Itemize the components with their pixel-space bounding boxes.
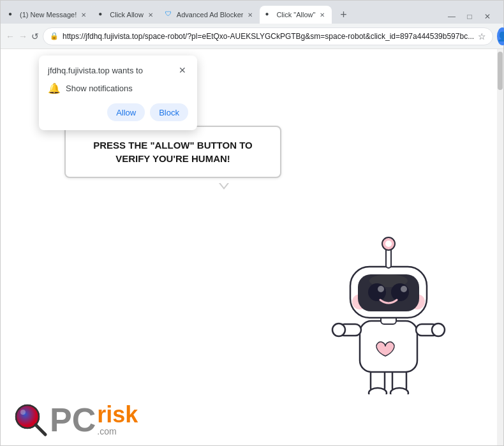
logo-area: PC risk .com xyxy=(13,403,138,438)
tab-label-4: Click "Allow" xyxy=(276,11,315,19)
svg-point-17 xyxy=(391,283,409,301)
scrollbar-thumb[interactable] xyxy=(498,52,503,90)
profile-icon: 👤 xyxy=(497,31,504,41)
tab-close-3[interactable]: ✕ xyxy=(246,10,255,19)
logo-com-text: .com xyxy=(97,426,138,436)
logo-risk-text: risk xyxy=(97,403,138,426)
robot-container xyxy=(325,228,452,394)
svg-point-19 xyxy=(401,286,407,292)
svg-point-9 xyxy=(432,323,445,336)
svg-point-16 xyxy=(368,283,386,301)
svg-point-18 xyxy=(378,286,384,292)
popup-header: jfdhq.fujivista.top wants to ✕ xyxy=(48,64,188,76)
tab-ad-blocker[interactable]: 🛡 Advanced Ad Blocker ✕ xyxy=(160,6,260,24)
popup-row-text: Show notifications xyxy=(66,84,133,93)
tab-favicon-4: ● xyxy=(265,10,274,19)
tab-close-2[interactable]: ✕ xyxy=(146,10,155,19)
tab-favicon-3: 🛡 xyxy=(165,10,174,19)
forward-button[interactable]: → xyxy=(19,27,27,45)
lock-icon: 🔒 xyxy=(50,32,59,40)
minimize-button[interactable]: — xyxy=(443,10,460,24)
tab-label-2: Click Allow xyxy=(110,11,144,19)
reload-icon: ↺ xyxy=(31,31,39,41)
close-button[interactable]: ✕ xyxy=(479,10,496,24)
bookmark-icon[interactable]: ☆ xyxy=(478,31,486,41)
bottom-logo: PC risk .com xyxy=(1,394,503,445)
tab-new-message[interactable]: ● (1) New Message! ✕ xyxy=(3,6,93,24)
browser-frame: ● (1) New Message! ✕ ● Click Allow ✕ 🛡 A… xyxy=(0,0,504,446)
robot-svg xyxy=(325,228,452,407)
tab-label-1: (1) New Message! xyxy=(20,11,77,19)
maximize-button[interactable]: □ xyxy=(461,10,478,24)
tab-label-3: Advanced Ad Blocker xyxy=(177,11,244,19)
svg-point-8 xyxy=(332,323,345,336)
popup-buttons: Allow Block xyxy=(48,103,188,121)
url-text: https://jfdhq.fujivista.top/space-robot/… xyxy=(63,32,474,41)
forward-icon: → xyxy=(19,31,27,41)
speech-bubble: PRESS THE "ALLOW" BUTTON TO VERIFY YOU'R… xyxy=(64,126,281,178)
address-bar: ← → ↺ 🔒 https://jfdhq.fujivista.top/spac… xyxy=(1,24,503,49)
tab-click-allow[interactable]: ● Click Allow ✕ xyxy=(93,6,160,24)
back-button[interactable]: ← xyxy=(6,27,15,45)
notification-popup: jfdhq.fujivista.top wants to ✕ 🔔 Show no… xyxy=(39,56,197,130)
svg-point-22 xyxy=(385,241,392,247)
bell-icon: 🔔 xyxy=(48,82,61,94)
reload-button[interactable]: ↺ xyxy=(31,27,39,45)
speech-text: PRESS THE "ALLOW" BUTTON TO VERIFY YOU'R… xyxy=(93,140,253,164)
tab-bar: ● (1) New Message! ✕ ● Click Allow ✕ 🛡 A… xyxy=(1,1,503,24)
popup-close-button[interactable]: ✕ xyxy=(177,64,188,76)
tab-close-1[interactable]: ✕ xyxy=(79,10,88,19)
scrollbar[interactable] xyxy=(497,49,503,445)
profile-button[interactable]: 👤 xyxy=(497,27,504,45)
back-icon: ← xyxy=(6,31,15,41)
popup-title: jfdhq.fujivista.top wants to xyxy=(48,66,143,75)
popup-notification-row: 🔔 Show notifications xyxy=(48,82,188,94)
tab-active[interactable]: ● Click "Allow" ✕ xyxy=(260,6,332,24)
logo-magnifier-icon xyxy=(13,403,48,438)
window-controls: — □ ✕ xyxy=(443,10,501,24)
url-bar[interactable]: 🔒 https://jfdhq.fujivista.top/space-robo… xyxy=(43,27,493,45)
allow-button[interactable]: Allow xyxy=(107,103,145,121)
url-bar-icons: ☆ xyxy=(478,31,486,41)
logo-pc-text: PC xyxy=(50,403,96,436)
svg-line-25 xyxy=(36,425,45,435)
tab-favicon-2: ● xyxy=(98,10,107,19)
block-button[interactable]: Block xyxy=(150,103,188,121)
page-content: jfdhq.fujivista.top wants to ✕ 🔔 Show no… xyxy=(1,49,503,445)
tab-favicon-1: ● xyxy=(8,10,17,19)
svg-point-27 xyxy=(20,410,26,415)
tab-close-4[interactable]: ✕ xyxy=(318,10,327,19)
new-tab-button[interactable]: + xyxy=(334,6,352,24)
